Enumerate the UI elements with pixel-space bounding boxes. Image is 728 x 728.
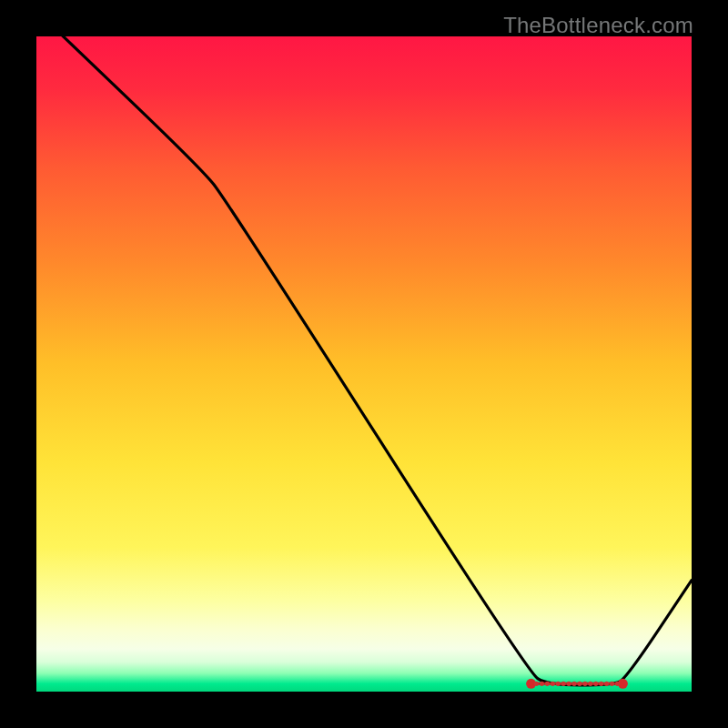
marker-dot bbox=[567, 682, 571, 686]
marker-dot bbox=[577, 682, 581, 686]
marker-dot bbox=[571, 682, 576, 686]
gradient-background bbox=[36, 36, 692, 692]
marker-dot bbox=[615, 682, 620, 686]
watermark-text: TheBottleneck.com bbox=[503, 13, 693, 38]
marker-dot bbox=[551, 682, 555, 686]
plot-area bbox=[36, 36, 692, 692]
marker-dot bbox=[604, 682, 609, 686]
marker-dot bbox=[588, 682, 592, 686]
marker-dot bbox=[610, 682, 614, 686]
marker-dot bbox=[556, 682, 561, 686]
marker-dot bbox=[599, 682, 603, 686]
chart-svg bbox=[36, 36, 692, 692]
marker-dot bbox=[593, 682, 598, 686]
marker-dot bbox=[534, 682, 539, 686]
marker-dot bbox=[561, 682, 566, 686]
chart-frame: TheBottleneck.com bbox=[0, 0, 728, 728]
marker-dot bbox=[540, 682, 544, 686]
marker-dot bbox=[582, 682, 587, 686]
marker-dot bbox=[545, 682, 550, 686]
